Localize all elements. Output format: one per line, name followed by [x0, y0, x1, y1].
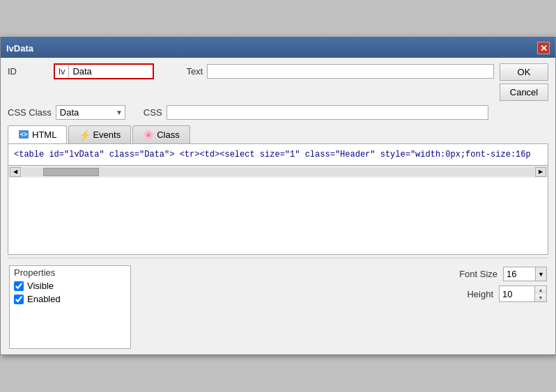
enabled-checkbox[interactable]: [14, 295, 24, 304]
title-bar: lvData ✕: [1, 38, 555, 58]
text-label: Text: [186, 66, 203, 77]
main-window: lvData ✕ ID lv Text OK Cancel: [0, 37, 556, 355]
height-decrement-button[interactable]: ▼: [535, 294, 546, 301]
height-increment-button[interactable]: ▲: [535, 286, 546, 294]
right-properties: Font Size 8 10 12 14 16 18 20 24 ▼: [142, 265, 547, 349]
ok-button[interactable]: OK: [500, 63, 548, 81]
separator: [8, 258, 548, 258]
css-class-label: CSS Class: [8, 107, 52, 118]
id-label: ID: [8, 66, 49, 77]
font-size-row: Font Size 8 10 12 14 16 18 20 24 ▼: [456, 267, 547, 281]
font-size-select[interactable]: 8 10 12 14 16 18 20 24: [504, 267, 535, 281]
scroll-left-arrow[interactable]: ◀: [10, 167, 21, 177]
font-size-label: Font Size: [456, 269, 497, 279]
enabled-label: Enabled: [27, 294, 61, 304]
cancel-button[interactable]: Cancel: [500, 84, 548, 101]
tab-html[interactable]: <> HTML: [8, 125, 67, 143]
id-prefix: lv: [55, 65, 69, 78]
height-row: Height ▲ ▼: [451, 285, 547, 302]
code-content: <table id="lvData" class="Data"> <tr><td…: [8, 144, 548, 165]
css-label: CSS: [144, 107, 162, 118]
content-area: ID lv Text OK Cancel CSS Class Data: [1, 58, 555, 354]
properties-box: Properties Visible Enabled: [9, 265, 131, 349]
events-tab-icon: ⚡: [79, 130, 90, 141]
text-input[interactable]: [207, 64, 494, 79]
html-icon-badge: <>: [19, 130, 29, 139]
tab-class-label: Class: [157, 130, 180, 140]
horizontal-scrollbar: ◀ ▶: [8, 165, 548, 178]
font-size-dropdown: 8 10 12 14 16 18 20 24 ▼: [503, 267, 547, 281]
height-spinner-buttons: ▲ ▼: [534, 286, 546, 301]
tab-events[interactable]: ⚡ Events: [68, 125, 131, 143]
id-field-group: lv: [54, 63, 154, 79]
close-button[interactable]: ✕: [537, 42, 550, 54]
html-tab-icon: <>: [18, 129, 29, 140]
visible-checkbox[interactable]: [14, 281, 24, 291]
enabled-property: Enabled: [10, 292, 130, 306]
tab-html-label: HTML: [32, 130, 56, 140]
scroll-right-arrow[interactable]: ▶: [535, 167, 546, 177]
tab-events-label: Events: [93, 130, 121, 140]
title-bar-buttons: ✕: [537, 42, 550, 54]
css-class-select[interactable]: Data Header Row None: [56, 105, 125, 120]
visible-label: Visible: [27, 281, 54, 291]
scroll-thumb[interactable]: [43, 168, 99, 176]
css-class-dropdown-wrapper: Data Header Row None ▼: [56, 105, 125, 120]
bottom-section: Properties Visible Enabled Font Size 8: [8, 265, 548, 349]
css-input[interactable]: [167, 105, 488, 120]
tabs-bar: <> HTML ⚡ Events 🌸 Class: [8, 125, 548, 143]
height-input[interactable]: [500, 286, 534, 301]
properties-title: Properties: [10, 266, 130, 279]
scroll-track[interactable]: [22, 168, 534, 176]
tab-class[interactable]: 🌸 Class: [132, 125, 190, 143]
code-container: <table id="lvData" class="Data"> <tr><td…: [8, 143, 548, 255]
class-tab-icon: 🌸: [143, 130, 154, 141]
visible-property: Visible: [10, 279, 130, 292]
height-spinner: ▲ ▼: [499, 285, 547, 302]
window-title: lvData: [6, 43, 33, 54]
id-input[interactable]: [69, 65, 153, 78]
font-size-dropdown-arrow[interactable]: ▼: [535, 267, 546, 281]
height-label: Height: [451, 289, 493, 299]
